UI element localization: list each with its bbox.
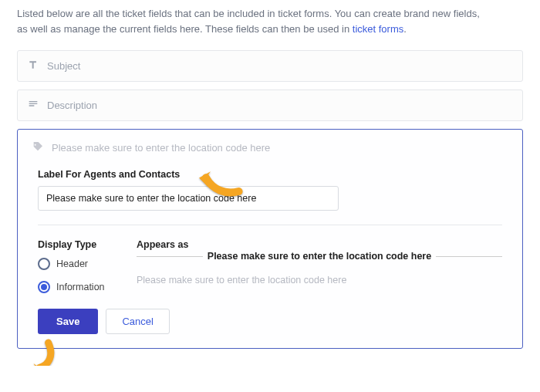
annotation-arrow-icon bbox=[22, 336, 61, 366]
radio-information-label: Information bbox=[56, 282, 105, 292]
appears-as-title: Appears as bbox=[137, 239, 502, 250]
field-editor-panel: Please make sure to enter the location c… bbox=[17, 129, 523, 349]
display-type-column: Display Type Header Information bbox=[38, 239, 115, 293]
editor-header: Please make sure to enter the location c… bbox=[32, 140, 508, 155]
paragraph-icon bbox=[27, 98, 39, 113]
radio-information[interactable]: Information bbox=[38, 281, 115, 293]
field-row-subject[interactable]: Subject bbox=[17, 50, 523, 82]
field-row-description[interactable]: Description bbox=[17, 90, 523, 121]
display-type-row: Display Type Header Information Appears … bbox=[38, 239, 502, 293]
appears-as-column: Appears as Please make sure to enter the… bbox=[137, 239, 502, 293]
intro-text: Listed below are all the ticket fields t… bbox=[17, 6, 523, 36]
preview-muted-text: Please make sure to enter the location c… bbox=[137, 275, 502, 286]
intro-line2: as well as manage the current fields her… bbox=[17, 23, 353, 35]
cancel-button[interactable]: Cancel bbox=[106, 309, 169, 334]
appears-as-preview: Please make sure to enter the location c… bbox=[137, 256, 502, 286]
radio-header[interactable]: Header bbox=[38, 258, 115, 270]
label-block: Label For Agents and Contacts bbox=[38, 169, 502, 211]
label-for-agents-title: Label For Agents and Contacts bbox=[38, 169, 502, 180]
button-row: Save Cancel bbox=[38, 309, 508, 334]
divider bbox=[38, 225, 502, 225]
radio-icon bbox=[38, 258, 50, 270]
field-subject-label: Subject bbox=[47, 60, 80, 72]
label-for-agents-input[interactable] bbox=[38, 186, 339, 211]
radio-header-label: Header bbox=[56, 259, 88, 269]
radio-icon bbox=[38, 281, 50, 293]
intro-period: . bbox=[403, 23, 407, 35]
tag-icon bbox=[32, 140, 44, 155]
editor-header-hint: Please make sure to enter the location c… bbox=[52, 142, 270, 154]
text-type-icon bbox=[27, 59, 39, 73]
display-type-title: Display Type bbox=[38, 239, 115, 250]
ticket-forms-link[interactable]: ticket forms bbox=[353, 23, 403, 35]
field-description-label: Description bbox=[47, 100, 97, 111]
save-button[interactable]: Save bbox=[38, 309, 98, 334]
intro-line1: Listed below are all the ticket fields t… bbox=[17, 8, 480, 19]
preview-bold-text: Please make sure to enter the location c… bbox=[203, 251, 436, 262]
